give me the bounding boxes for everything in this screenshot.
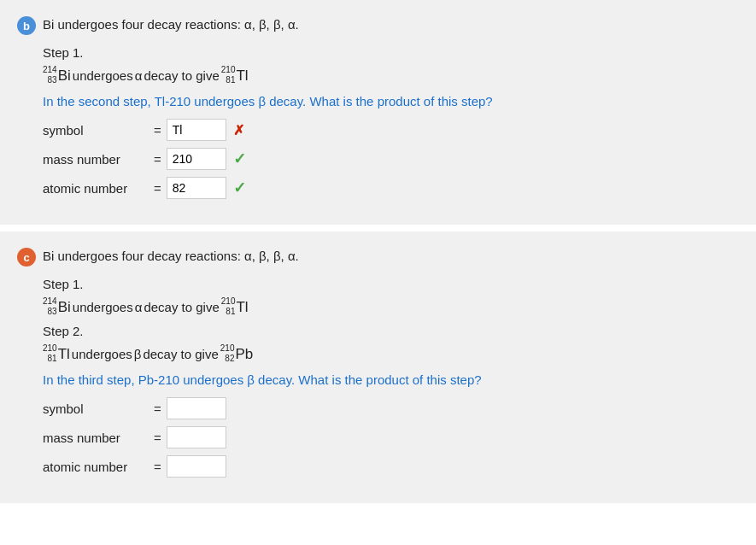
field-equals: = bbox=[154, 460, 161, 474]
field-equals: = bbox=[154, 123, 161, 138]
section-header: b Bi undergoes four decay reactions: α, … bbox=[17, 15, 739, 35]
field-input-symbol[interactable] bbox=[167, 119, 226, 141]
field-input-mass-number[interactable] bbox=[167, 148, 226, 170]
nuclide: 210 81 Tl bbox=[221, 65, 249, 85]
step-label: Step 1. bbox=[43, 45, 739, 60]
section-badge: b bbox=[17, 16, 36, 35]
section-content: Step 1. 214 83 Bi undergoes α decay to g… bbox=[17, 277, 739, 478]
field-equals: = bbox=[154, 181, 161, 196]
reaction-line: 214 83 Bi undergoes α decay to give 210 … bbox=[43, 65, 739, 85]
field-label: symbol bbox=[43, 123, 154, 138]
nuclide: 210 81 Tl bbox=[43, 343, 70, 364]
field-label: mass number bbox=[43, 431, 154, 445]
section-b: b Bi undergoes four decay reactions: α, … bbox=[0, 0, 756, 225]
field-input-symbol[interactable] bbox=[167, 397, 226, 419]
field-equals: = bbox=[154, 401, 161, 416]
section-c: c Bi undergoes four decay reactions: α, … bbox=[0, 231, 756, 503]
field-row-atomic-number: atomic number = bbox=[43, 455, 739, 478]
field-input-atomic-number[interactable] bbox=[167, 455, 226, 478]
field-label: mass number bbox=[43, 152, 154, 167]
field-label: atomic number bbox=[43, 181, 154, 196]
check-icon: ✓ bbox=[233, 179, 246, 197]
field-row-mass-number: mass number = bbox=[43, 426, 739, 448]
reaction-line: 210 81 Tl undergoes β decay to give 210 … bbox=[43, 343, 739, 364]
nuclide: 214 83 Bi bbox=[43, 65, 71, 85]
step-label: Step 1. bbox=[43, 277, 739, 291]
field-row-symbol: symbol = bbox=[43, 397, 739, 419]
field-input-atomic-number[interactable] bbox=[167, 177, 226, 199]
section-title: Bi undergoes four decay reactions: α, β,… bbox=[43, 15, 299, 33]
step-label: Step 2. bbox=[43, 324, 739, 338]
field-row-mass-number: mass number = ✓ bbox=[43, 148, 739, 170]
section-header: c Bi undergoes four decay reactions: α, … bbox=[17, 247, 739, 267]
cross-icon: ✗ bbox=[233, 122, 244, 138]
field-label: symbol bbox=[43, 401, 154, 416]
field-equals: = bbox=[154, 152, 161, 167]
section-badge: c bbox=[17, 248, 36, 267]
field-row-symbol: symbol = ✗ bbox=[43, 119, 739, 141]
field-equals: = bbox=[154, 431, 161, 445]
nuclide: 210 82 Pb bbox=[220, 343, 253, 364]
section-title: Bi undergoes four decay reactions: α, β,… bbox=[43, 247, 299, 265]
check-icon: ✓ bbox=[233, 149, 246, 168]
section-content: Step 1. 214 83 Bi undergoes α decay to g… bbox=[17, 45, 739, 199]
reaction-line: 214 83 Bi undergoes α decay to give 210 … bbox=[43, 296, 739, 317]
field-input-mass-number[interactable] bbox=[167, 426, 226, 448]
question-text: In the third step, Pb-210 undergoes β de… bbox=[43, 371, 739, 389]
nuclide: 214 83 Bi bbox=[43, 296, 71, 317]
field-row-atomic-number: atomic number = ✓ bbox=[43, 177, 739, 199]
question-text: In the second step, Tl-210 undergoes β d… bbox=[43, 92, 739, 110]
nuclide: 210 81 Tl bbox=[221, 296, 249, 317]
field-label: atomic number bbox=[43, 460, 154, 474]
